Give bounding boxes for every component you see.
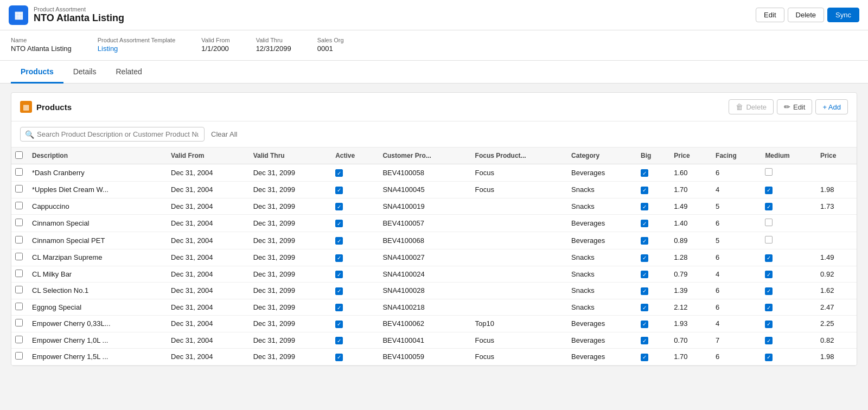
cell-focus-product [470,266,566,283]
row-checkbox[interactable] [15,336,23,343]
row-select[interactable] [11,182,27,198]
checkbox-empty [765,168,773,176]
cell-facing: 6 [710,215,760,232]
trash-icon: 🗑 [736,102,743,111]
cell-price2: 1.73 [815,198,857,215]
row-select[interactable] [11,232,27,249]
cell-active: ✓ [330,249,377,266]
checkbox-checked: ✓ [641,187,648,194]
app-icon-symbol: ▦ [14,9,23,21]
cell-customer-pro: SNA4100024 [377,266,469,283]
th-customer-pro: Customer Pro... [377,148,469,164]
section-delete-label: Delete [746,103,767,111]
table-wrap: Description Valid From Valid Thru Active… [11,148,857,366]
cell-focus-product: Focus [470,182,566,198]
row-select[interactable] [11,249,27,266]
tab-details[interactable]: Details [63,61,106,84]
info-valid-from-label: Valid From [201,37,229,43]
row-checkbox[interactable] [15,270,23,277]
checkbox-checked: ✓ [765,254,773,262]
checkbox-checked: ✓ [335,169,343,177]
header-title: NTO Atlanta Listing [34,12,124,24]
cell-price: 1.39 [668,283,710,299]
cell-active: ✓ [330,232,377,249]
row-checkbox[interactable] [15,303,23,310]
delete-button[interactable]: Delete [788,8,825,22]
cell-description: Eggnog Special [27,299,165,316]
tab-products[interactable]: Products [11,61,63,84]
row-checkbox[interactable] [15,236,23,244]
th-category: Category [566,148,635,164]
section-header: ▦ Products 🗑 Delete ✏ Edit + Add [11,93,857,121]
row-checkbox[interactable] [15,202,23,209]
table-row: Cinnamon Special Dec 31, 2004 Dec 31, 20… [11,215,857,232]
row-checkbox[interactable] [15,319,23,326]
row-select[interactable] [11,266,27,283]
checkbox-checked: ✓ [641,287,648,295]
section-edit-button[interactable]: ✏ Edit [777,99,812,114]
checkbox-checked: ✓ [641,203,648,210]
th-valid-from: Valid From [165,148,248,164]
row-select[interactable] [11,283,27,299]
table-row: Cappuccino Dec 31, 2004 Dec 31, 2099 ✓ S… [11,198,857,215]
cell-facing: 4 [710,182,760,198]
cell-medium: ✓ [760,316,815,332]
cell-price2: 2.25 [815,316,857,332]
cell-facing: 5 [710,232,760,249]
row-checkbox[interactable] [15,168,23,176]
row-checkbox[interactable] [15,219,23,226]
main-content: ▦ Products 🗑 Delete ✏ Edit + Add 🔍 [0,84,868,375]
cell-description: Empower Cherry 1,0L ... [27,332,165,349]
row-select[interactable] [11,164,27,182]
cell-price: 0.79 [668,266,710,283]
cell-description: *Dash Cranberry [27,164,165,182]
info-template: Product Assortment Template Listing [98,37,175,53]
cell-price: 1.60 [668,164,710,182]
edit-button[interactable]: Edit [756,8,784,22]
info-name-value: NTO Atlanta Listing [11,44,72,53]
row-select[interactable] [11,198,27,215]
cell-description: Cappuccino [27,198,165,215]
checkbox-checked: ✓ [335,187,343,194]
cell-valid-thru: Dec 31, 2099 [248,299,330,316]
row-checkbox[interactable] [15,352,23,360]
pencil-icon: ✏ [784,102,790,111]
section-add-button[interactable]: + Add [815,99,848,114]
row-select[interactable] [11,215,27,232]
cell-active: ✓ [330,316,377,332]
cell-customer-pro: BEV4100062 [377,316,469,332]
cell-price2: 1.98 [815,349,857,366]
section-edit-label: Edit [793,103,805,111]
select-all-checkbox[interactable] [15,151,23,159]
row-checkbox[interactable] [15,185,23,193]
cell-customer-pro: BEV4100059 [377,349,469,366]
section-delete-button[interactable]: 🗑 Delete [729,99,774,114]
row-select[interactable] [11,299,27,316]
cell-valid-thru: Dec 31, 2099 [248,182,330,198]
cell-description: Empower Cherry 0,33L... [27,316,165,332]
sync-button[interactable]: Sync [827,8,859,22]
cell-price: 1.70 [668,182,710,198]
th-price2: Price [815,148,857,164]
search-input[interactable] [37,130,199,138]
row-select[interactable] [11,349,27,366]
cell-price: 2.12 [668,299,710,316]
th-facing: Facing [710,148,760,164]
row-select[interactable] [11,332,27,349]
cell-valid-from: Dec 31, 2004 [165,349,248,366]
cell-valid-from: Dec 31, 2004 [165,232,248,249]
cell-focus-product [470,215,566,232]
tab-related[interactable]: Related [106,61,151,84]
row-select[interactable] [11,316,27,332]
info-template-value[interactable]: Listing [98,44,175,53]
row-checkbox[interactable] [15,286,23,293]
info-bar: Name NTO Atlanta Listing Product Assortm… [0,30,868,61]
products-section: ▦ Products 🗑 Delete ✏ Edit + Add 🔍 [11,92,857,366]
cell-facing: 6 [710,299,760,316]
checkbox-checked: ✓ [335,287,343,295]
clear-all-button[interactable]: Clear All [211,130,237,138]
table-row: *Upples Diet Cream W... Dec 31, 2004 Dec… [11,182,857,198]
cell-customer-pro: SNA4100028 [377,283,469,299]
th-select-all[interactable] [11,148,27,164]
row-checkbox[interactable] [15,253,23,260]
